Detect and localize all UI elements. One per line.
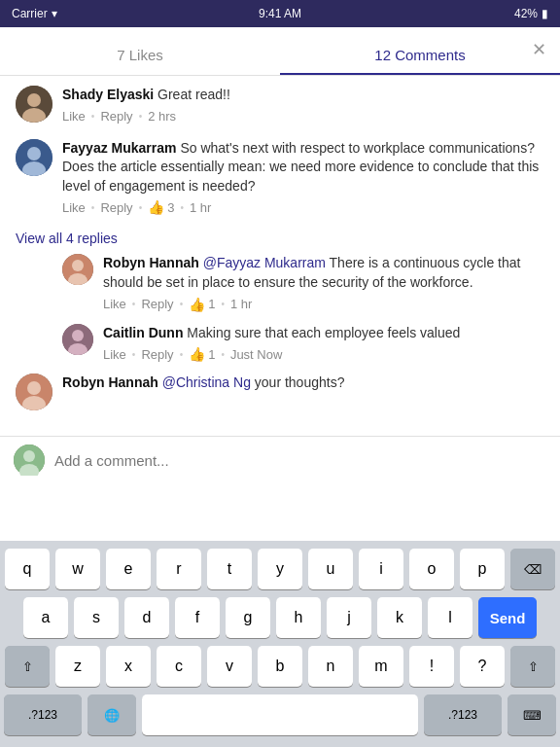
keyboard-row-3: ⇧ z x c v b n m ! ? ⇧ [4,646,556,687]
comment-item: Shady Elyaski Great read!! Like • Reply … [16,86,544,124]
svg-point-10 [72,330,84,341]
comment-text: Caitlin Dunn Making sure that each emplo… [103,324,544,343]
key-j[interactable]: j [327,597,371,638]
key-t[interactable]: t [207,549,252,589]
comment-text: Robyn Hannah @Christina Ng your thoughts… [62,374,544,393]
reply-button[interactable]: Reply [100,109,132,124]
avatar-small [62,254,93,285]
svg-point-4 [27,147,41,160]
reply-button[interactable]: Reply [100,200,132,215]
key-n[interactable]: n [308,646,353,687]
numeric-key-left[interactable]: .?123 [4,694,82,735]
comment-content: Making sure that each employee feels val… [187,325,460,340]
main-container: ✕ 7 Likes 12 Comments Shady Elyaski Grea… [0,27,560,747]
key-z[interactable]: z [55,646,100,687]
delete-key[interactable]: ⌫ [510,549,555,589]
keyboard-row-2: a s d f g h j k l Send [4,597,556,638]
comment-body: Shady Elyaski Great read!! Like • Reply … [62,86,544,124]
mention: @Christina Ng [162,374,251,390]
avatar [16,139,52,176]
key-g[interactable]: g [226,597,270,638]
tab-likes[interactable]: 7 Likes [0,35,280,75]
shift-key[interactable]: ⇧ [5,646,50,687]
like-count: 👍 1 [189,297,215,312]
numeric-key-right[interactable]: .?123 [424,694,502,735]
status-right: 42% ▮ [514,7,548,20]
key-h[interactable]: h [276,597,321,638]
comment-time: Just Now [230,347,282,362]
send-button[interactable]: Send [478,597,537,638]
like-button[interactable]: Like [62,109,86,124]
comment-body: Robyn Hannah @Christina Ng your thoughts… [62,374,544,410]
comment-author: Fayyaz Mukarram [62,140,177,156]
reply-button[interactable]: Reply [141,347,173,362]
comment-item: Fayyaz Mukarram So what's next with resp… [16,139,544,216]
key-p[interactable]: p [460,549,505,589]
key-l[interactable]: l [428,597,472,638]
status-time: 9:41 AM [259,7,301,20]
mention: @Fayyaz Mukarram [203,255,326,270]
key-u[interactable]: u [308,549,353,589]
keyboard-icon-key[interactable]: ⌨ [508,694,556,735]
like-button[interactable]: Like [62,200,86,215]
status-bar: Carrier ▾ 9:41 AM 42% ▮ [0,0,560,27]
key-s[interactable]: s [74,597,119,638]
comments-list: Shady Elyaski Great read!! Like • Reply … [0,76,560,436]
key-v[interactable]: v [207,646,252,687]
user-avatar [14,445,45,476]
wifi-icon: ▾ [52,7,57,20]
key-a[interactable]: a [23,597,68,638]
svg-point-1 [27,93,41,107]
tab-comments[interactable]: 12 Comments [280,35,560,75]
comment-item: Robyn Hannah @Christina Ng your thoughts… [16,374,544,410]
avatar [16,86,52,123]
key-d[interactable]: d [124,597,169,638]
comment-text: Shady Elyaski Great read!! [62,86,544,105]
thumbs-up-icon: 👍 [148,199,164,215]
comment-actions: Like • Reply • 👍 3 • 1 hr [62,199,544,215]
globe-key[interactable]: 🌐 [88,694,136,735]
battery-label: 42% [514,7,538,20]
reply-button[interactable]: Reply [141,297,173,311]
key-r[interactable]: r [157,549,201,589]
avatar-small [62,324,93,355]
nested-comment: Robyn Hannah @Fayyaz Mukarram There is a… [62,254,544,311]
key-q[interactable]: q [5,549,50,589]
keyboard-row-4: .?123 🌐 .?123 ⌨ [4,694,556,735]
key-i[interactable]: i [359,549,403,589]
comment-actions: Like • Reply • 👍 1 • Just Now [103,346,544,362]
space-key[interactable] [142,694,418,735]
key-f[interactable]: f [175,597,220,638]
key-w[interactable]: w [55,549,100,589]
like-count: 👍 1 [189,346,215,362]
key-c[interactable]: c [157,646,201,687]
comment-body: Caitlin Dunn Making sure that each emplo… [103,324,544,363]
battery-icon: ▮ [542,7,548,20]
comment-author: Robyn Hannah [103,255,199,270]
comment-time: 2 hrs [148,109,176,124]
comment-content: Great read!! [158,87,230,102]
key-exclaim[interactable]: ! [409,646,454,687]
like-button[interactable]: Like [103,347,126,362]
tabs: 7 Likes 12 Comments [0,27,560,76]
svg-point-7 [72,260,84,271]
close-button[interactable]: ✕ [532,39,546,60]
key-y[interactable]: y [258,549,302,589]
key-question[interactable]: ? [460,646,505,687]
nested-comments: Robyn Hannah @Fayyaz Mukarram There is a… [62,254,544,362]
key-o[interactable]: o [409,549,454,589]
nested-comment: Caitlin Dunn Making sure that each emplo… [62,324,544,363]
key-k[interactable]: k [377,597,422,638]
carrier-label: Carrier [12,7,48,20]
key-e[interactable]: e [106,549,151,589]
shift-key-right[interactable]: ⇧ [510,646,555,687]
key-x[interactable]: x [106,646,151,687]
avatar [16,374,52,410]
key-m[interactable]: m [359,646,403,687]
comment-text: Fayyaz Mukarram So what's next with resp… [62,139,544,196]
like-button[interactable]: Like [103,297,126,311]
key-b[interactable]: b [258,646,302,687]
comment-input[interactable] [54,452,546,469]
comment-author: Shady Elyaski [62,87,154,102]
view-replies-button[interactable]: View all 4 replies [16,231,544,246]
